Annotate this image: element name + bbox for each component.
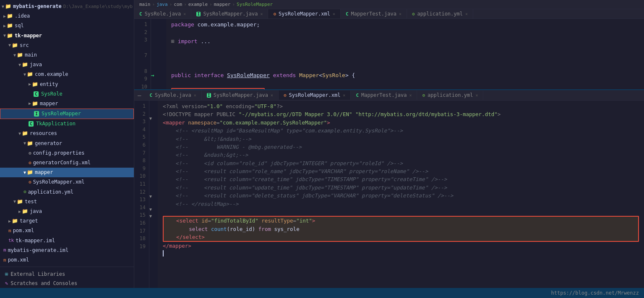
sidebar-item-external-libraries[interactable]: ⊞ External Libraries — [3, 269, 130, 279]
sidebar-item-idea[interactable]: ▶ 📁 .idea — [0, 11, 134, 21]
btab-label-application-yml: application.yml — [428, 92, 473, 98]
xml-comment-12: <!-- <result column="delete_status" jdbc… — [163, 192, 453, 200]
bc-com: com — [174, 2, 182, 7]
btab-label-mappertest: MapperTest.java — [361, 92, 407, 98]
sidebar-item-application-yml[interactable]: ⚙ application.yml — [0, 187, 134, 197]
sidebar-item-pom-xml[interactable]: m pom.xml — [0, 226, 134, 236]
xml-id-val: "findTotalById" — [211, 217, 258, 225]
sidebar-item-generator[interactable]: ▼ 📁 generator — [0, 139, 134, 148]
xml-comment-11: <!-- <result column="update_time" jdbcTy… — [163, 184, 447, 192]
sidebar-item-tkapplication[interactable]: C TkApplication — [0, 119, 134, 129]
sidebar-item-resources[interactable]: ▼ 📁 resources — [0, 129, 134, 138]
xml-line-7: <!-- &ndash;&gt;--> — [163, 151, 639, 159]
xml-icon-generatorconfig: ⚙ — [29, 159, 31, 167]
xml-encoding-val: "UTF-8" — [254, 102, 276, 110]
sidebar-item-test[interactable]: ▼ 📁 test — [0, 197, 134, 207]
sidebar-item-sysrolemapper[interactable]: I SysRoleMapper — [0, 109, 134, 119]
arrow-mapper-res: ▼ — [23, 169, 26, 176]
sidebar-label-test: test — [25, 198, 37, 206]
xml-line-numbers: 1 2 3 4 5 6 7 8 9 10 11 12 13 14 15 16 1 — [134, 101, 149, 288]
main-container: ▼ 📁 mybatis-generate D:\Java_Example\stu… — [0, 0, 644, 288]
fold-arrow-3[interactable]: ▼ — [149, 115, 158, 122]
folder-icon-sql: 📁 — [7, 22, 13, 30]
sidebar-item-java-test[interactable]: ▶ 📁 java — [0, 207, 134, 216]
sidebar-item-mapper-folder[interactable]: ▶ 📁 mapper — [0, 99, 134, 109]
tab-sysrole-java[interactable]: C SysRole.java × — [134, 9, 191, 18]
tab-close-application-yml[interactable]: × — [465, 12, 468, 16]
split-minus-btn[interactable]: — — [134, 90, 144, 100]
tab-close-sysrolemapper-xml[interactable]: × — [333, 12, 335, 16]
kw-import: import — [175, 37, 198, 46]
sidebar-label-idea: .idea — [15, 12, 30, 20]
fold-arrow-15[interactable]: ▼ — [149, 193, 158, 200]
fold-arrow-18[interactable]: ▼ — [149, 213, 158, 220]
sidebar-item-sysrole[interactable]: C SysRole — [0, 89, 134, 99]
btab-close-sysrolemapper-java[interactable]: × — [271, 93, 273, 98]
xml-line-4: <!-- <resultMap id="BaseResultMap" type=… — [163, 127, 639, 135]
folder-icon-java: 📁 — [22, 61, 28, 69]
sidebar-label-scratches: Scratches and Consoles — [10, 280, 77, 286]
sidebar-item-scratches[interactable]: ✎ Scratches and Consoles — [3, 279, 130, 288]
folder-icon-generator: 📁 — [27, 140, 33, 148]
sidebar-item-tk-mapper[interactable]: ▼ 📁 tk-mapper — [0, 31, 134, 41]
tab-sysrolemapper-xml[interactable]: ⚙ SysRoleMapper.xml × — [268, 9, 340, 18]
sidebar-item-config-prop[interactable]: ⚙ config.properties — [0, 148, 134, 158]
btab-close-application-yml[interactable]: × — [475, 93, 478, 98]
tab-close-sysrole[interactable]: × — [183, 12, 186, 16]
tab-close-sysrolemapper-java[interactable]: × — [260, 12, 263, 16]
scratches-icon: ✎ — [5, 280, 8, 286]
code-line-blank — [171, 46, 639, 54]
sidebar-item-root[interactable]: ▼ 📁 mybatis-generate D:\Java_Example\stu… — [0, 2, 134, 11]
java-icon-tkapplication: C — [29, 120, 34, 128]
sidebar-label-main: main — [25, 51, 37, 59]
fold-arrow-17[interactable]: ▼ — [149, 206, 158, 213]
xml-code-content[interactable]: <?xml version= "1.0" encoding= "UTF-8" ?… — [158, 101, 644, 288]
sidebar-item-com-example[interactable]: ▼ 📁 com.example — [0, 70, 134, 79]
top-editor: main › java › com › example › mapper › S… — [134, 0, 644, 90]
btab-close-mappertest[interactable]: × — [409, 93, 412, 98]
btab-close-sysrole[interactable]: × — [194, 93, 196, 98]
xml-line-3: <mapper namespace = "com.example.mapper.… — [163, 119, 639, 127]
btab-mappertest-java[interactable]: C MapperTest.java × — [351, 91, 417, 100]
sidebar-item-sql[interactable]: ▶ 📁 sql — [0, 21, 134, 31]
arrow-idea: ▶ — [3, 13, 6, 20]
sidebar-item-sysrolemapper-xml[interactable]: ⚙ SysRoleMapper.xml — [0, 177, 134, 187]
btab-label-sysrole: SysRole.java — [155, 92, 191, 98]
top-gutter: → → — [151, 19, 166, 89]
tab-sysrolemapper-java[interactable]: I SysRoleMapper.java × — [191, 9, 268, 18]
btab-application-yml[interactable]: ⚙ application.yml × — [417, 91, 483, 100]
btab-sysrolemapper-xml[interactable]: ⚙ SysRoleMapper.xml × — [279, 91, 351, 100]
tab-mappertest-java[interactable]: C MapperTest.java × — [341, 9, 407, 18]
arrow-tk-mapper: ▼ — [3, 32, 6, 39]
tab-close-mappertest[interactable]: × — [399, 12, 402, 16]
tab-application-yml[interactable]: ⚙ application.yml × — [407, 9, 473, 18]
folder-icon-test: 📁 — [17, 198, 23, 206]
xml-line-13: <!-- </resultMap>--> — [163, 200, 639, 208]
sidebar-item-src[interactable]: ▼ 📁 src — [0, 41, 134, 50]
tab-icon-mappertest: C — [346, 11, 349, 17]
bc-mapper: mapper — [214, 2, 231, 7]
sidebar-item-main[interactable]: ▼ 📁 main — [0, 50, 134, 60]
sidebar-item-mybatis-iml[interactable]: m mybatis-generate.iml — [0, 246, 134, 255]
kw-package: package — [171, 21, 194, 29]
sidebar-item-generatorconfig-xml[interactable]: ⚙ generatorConfig.xml — [0, 158, 134, 168]
btab-close-sysrolemapper-xml[interactable]: × — [343, 93, 345, 98]
btab-sysrole-java[interactable]: C SysRole.java × — [144, 91, 201, 100]
sidebar-item-java[interactable]: ▼ 📁 java — [0, 60, 134, 70]
btab-sysrolemapper-java[interactable]: I SysRoleMapper.java × — [202, 91, 279, 100]
sidebar-item-entity[interactable]: ▶ 📁 entity — [0, 80, 134, 89]
sidebar-item-tkmapper-iml[interactable]: tk tk-mapper.iml — [0, 236, 134, 246]
cursor-blink — [163, 250, 167, 257]
import-fold[interactable]: ⊞ — [171, 37, 175, 46]
sidebar-item-mapper-res[interactable]: ▼ 📁 mapper — [0, 168, 134, 177]
watermark-text: https://blog.csdn.net/Mrwenzz — [551, 290, 639, 296]
sidebar-item-target[interactable]: ▶ 📁 target — [0, 216, 134, 226]
top-code-content[interactable]: package com.example.mapper; ⊞ import ...… — [166, 19, 644, 89]
xml-comment-6: <!-- WARNING - @mbg.generated--> — [163, 143, 302, 151]
top-breadcrumb: main › java › com › example › mapper › S… — [134, 0, 644, 9]
folder-icon-com-example: 📁 — [27, 70, 33, 78]
sidebar-label-mapper: mapper — [40, 100, 58, 108]
xml-prolog-close: ?> — [276, 102, 283, 110]
sidebar-item-pom-root[interactable]: m pom.xml — [0, 255, 134, 265]
tab-icon-sysrolemapper-java: I — [196, 12, 201, 16]
